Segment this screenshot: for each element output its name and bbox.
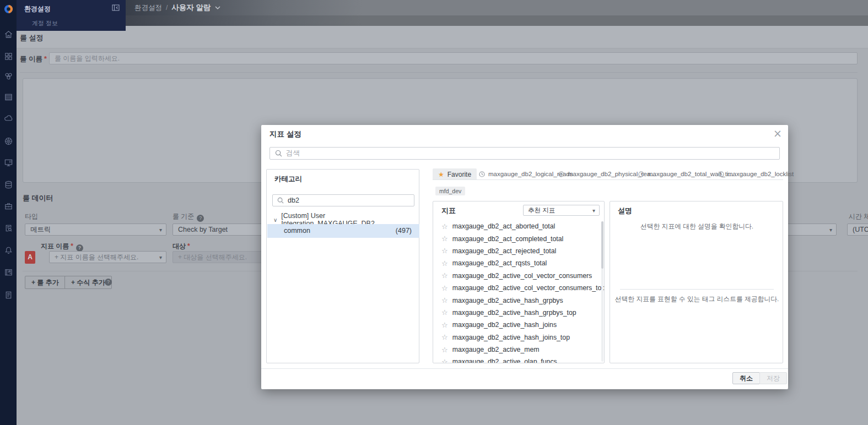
category-title: 카테고리 bbox=[274, 175, 302, 184]
metric-list-item[interactable]: ☆maxgauge_db2_active_col_vector_consumer… bbox=[433, 270, 605, 282]
metric-list-item[interactable]: ☆maxgauge_db2_act_completed_total bbox=[433, 232, 605, 244]
metric-list-item[interactable]: ☆maxgauge_db2_act_aborted_total bbox=[433, 220, 605, 232]
panel-collapse-icon[interactable] bbox=[112, 4, 120, 11]
metric-list-item[interactable]: ☆maxgauge_db2_act_rejected_total bbox=[433, 245, 605, 257]
tab-recent-metric-4[interactable]: maxgauge_db2_locklist bbox=[718, 168, 794, 179]
top-bar: 환경설정 / 사용자 알람 bbox=[126, 0, 868, 15]
favorite-star-icon[interactable]: ☆ bbox=[441, 222, 448, 231]
flyout-title: 환경설정 bbox=[24, 4, 51, 14]
target-chip[interactable]: mfd_dev bbox=[435, 187, 465, 195]
tab-favorite[interactable]: ★ Favorite bbox=[433, 168, 477, 180]
category-search-value: db2 bbox=[288, 197, 299, 204]
clock-icon bbox=[718, 171, 724, 177]
database-icon[interactable] bbox=[4, 180, 13, 189]
breadcrumb-page[interactable]: 사용자 알람 bbox=[171, 3, 211, 13]
favorite-star-icon[interactable]: ☆ bbox=[441, 321, 448, 329]
metric-name-label: 지표 이름*? bbox=[41, 242, 83, 252]
description-empty-text: 선택한 지표에 대한 설명을 확인합니다. bbox=[610, 222, 784, 231]
metric-settings-modal: 지표 설정 × 검색 카테고리 db2 ∨ [Custom] User Inte… bbox=[261, 125, 788, 389]
modal-search-input[interactable]: 검색 bbox=[269, 147, 780, 160]
favorite-star-icon[interactable]: ☆ bbox=[441, 284, 448, 292]
metric-name: maxgauge_db2_act_aborted_total bbox=[452, 222, 556, 230]
save-button[interactable]: 저장 bbox=[759, 372, 787, 384]
metric-list-item[interactable]: ☆maxgauge_db2_active_hash_grpbys_top bbox=[433, 307, 605, 319]
metric-list-item[interactable]: ☆maxgauge_db2_active_hash_grpbys bbox=[433, 294, 605, 306]
monitor-icon[interactable] bbox=[4, 158, 13, 167]
category-panel: 카테고리 db2 ∨ [Custom] User Integration_MAX… bbox=[266, 169, 419, 363]
kubernetes-icon[interactable] bbox=[4, 137, 13, 146]
search-icon bbox=[275, 150, 282, 157]
chevron-down-icon[interactable] bbox=[215, 6, 220, 9]
caret-down-icon: ▾ bbox=[829, 224, 832, 236]
metric-list-item[interactable]: ☆maxgauge_db2_active_olap_funcs bbox=[433, 356, 605, 363]
caret-down-icon: ▾ bbox=[159, 252, 162, 264]
cancel-button[interactable]: 취소 bbox=[732, 372, 760, 384]
tab-underline bbox=[433, 179, 783, 180]
breadcrumb: 환경설정 / 사용자 알람 bbox=[134, 0, 220, 15]
target-placeholder: + 대상을 선택해주세요. bbox=[178, 253, 247, 261]
alarm-icon[interactable] bbox=[4, 246, 13, 255]
metric-list-item[interactable]: ☆maxgauge_db2_active_mem bbox=[433, 344, 605, 356]
timezone-select-value: (UTC+ bbox=[853, 226, 868, 233]
description-tag-text: 선택한 지표를 표현할 수 있는 태그 리스트를 제공합니다. bbox=[610, 295, 784, 304]
close-icon[interactable]: × bbox=[773, 127, 782, 139]
metric-name-select[interactable]: + 지표 이름을 선택해주세요. ▾ bbox=[49, 251, 166, 263]
cloud-icon[interactable] bbox=[4, 113, 13, 123]
clock-icon bbox=[558, 171, 564, 177]
help-icon[interactable]: ? bbox=[197, 215, 204, 222]
metric-name: maxgauge_db2_act_rejected_total bbox=[452, 247, 557, 255]
rule-data-title: 룰 데이터 bbox=[23, 193, 53, 203]
required-mark: * bbox=[44, 55, 47, 63]
help-icon[interactable]: ? bbox=[105, 279, 112, 286]
menu-item-account-info[interactable]: 계정 정보 bbox=[32, 19, 58, 28]
favorite-star-icon[interactable]: ☆ bbox=[441, 333, 448, 341]
search-placeholder: 검색 bbox=[286, 149, 300, 158]
metric-name: maxgauge_db2_active_col_vector_consumers… bbox=[452, 284, 605, 292]
metric-name-placeholder: + 지표 이름을 선택해주세요. bbox=[55, 253, 138, 261]
briefcase-icon[interactable] bbox=[4, 201, 13, 211]
favorite-star-icon[interactable]: ☆ bbox=[441, 235, 448, 243]
metric-name: maxgauge_db2_active_hash_joins_top bbox=[452, 334, 570, 341]
timezone-select[interactable]: (UTC+ bbox=[847, 224, 868, 236]
caret-down-icon: ▾ bbox=[592, 205, 595, 216]
report-icon[interactable] bbox=[4, 224, 13, 233]
breadcrumb-section[interactable]: 환경설정 bbox=[134, 3, 162, 13]
category-item-selected[interactable]: common (497) bbox=[267, 224, 419, 238]
scrollbar-thumb[interactable] bbox=[601, 221, 603, 269]
favorite-star-icon[interactable]: ☆ bbox=[441, 346, 448, 354]
category-search-input[interactable]: db2 bbox=[272, 194, 414, 206]
favorite-star-icon[interactable]: ☆ bbox=[441, 296, 448, 304]
favorite-star-icon[interactable]: ☆ bbox=[441, 308, 448, 317]
id-card-icon[interactable] bbox=[4, 268, 13, 277]
metric-list-item[interactable]: ☆maxgauge_db2_active_hash_joins bbox=[433, 319, 605, 331]
metric-sort-select[interactable]: 추천 지표 ▾ bbox=[523, 205, 600, 216]
icon-rail bbox=[0, 0, 17, 425]
document-icon[interactable] bbox=[4, 290, 13, 299]
metric-list-item[interactable]: ☆maxgauge_db2_act_rqsts_total bbox=[433, 257, 605, 269]
metric-name-label-text: 지표 이름 bbox=[41, 242, 69, 250]
header-shadow-band bbox=[126, 15, 868, 26]
type-select[interactable]: 메트릭 ▾ bbox=[25, 224, 166, 236]
server-icon[interactable] bbox=[4, 92, 13, 102]
dashboard-icon[interactable] bbox=[4, 52, 13, 61]
metric-list-panel: 지표 추천 지표 ▾ ☆maxgauge_db2_act_aborted_tot… bbox=[433, 201, 605, 363]
add-rule-button[interactable]: + 룰 추가 bbox=[25, 276, 66, 289]
clock-icon bbox=[638, 171, 644, 177]
caret-down-icon: ▾ bbox=[159, 224, 162, 236]
apps-icon[interactable] bbox=[4, 72, 13, 81]
metric-name: maxgauge_db2_active_mem bbox=[452, 346, 540, 353]
rule-basis-label: 룰 기준? bbox=[172, 212, 204, 222]
metric-list-item[interactable]: ☆maxgauge_db2_active_hash_joins_top bbox=[433, 331, 605, 344]
favorite-star-icon[interactable]: ☆ bbox=[441, 247, 448, 255]
metric-name: maxgauge_db2_active_col_vector_consumers bbox=[452, 272, 592, 280]
favorite-star-icon[interactable]: ☆ bbox=[441, 271, 448, 280]
metric-list-item[interactable]: ☆maxgauge_db2_active_col_vector_consumer… bbox=[433, 282, 605, 294]
favorite-star-icon[interactable]: ☆ bbox=[441, 259, 448, 268]
home-icon[interactable] bbox=[4, 30, 13, 39]
rule-name-input[interactable]: 룰 이름을 입력하세요. bbox=[49, 52, 858, 64]
rule-name-placeholder: 룰 이름을 입력하세요. bbox=[55, 55, 120, 62]
settings-flyout: 환경설정 계정 정보 bbox=[17, 0, 126, 31]
rule-name-label: 룰 이름* bbox=[20, 55, 47, 64]
metric-list-title: 지표 bbox=[441, 206, 456, 216]
favorite-star-icon[interactable]: ☆ bbox=[441, 358, 448, 363]
